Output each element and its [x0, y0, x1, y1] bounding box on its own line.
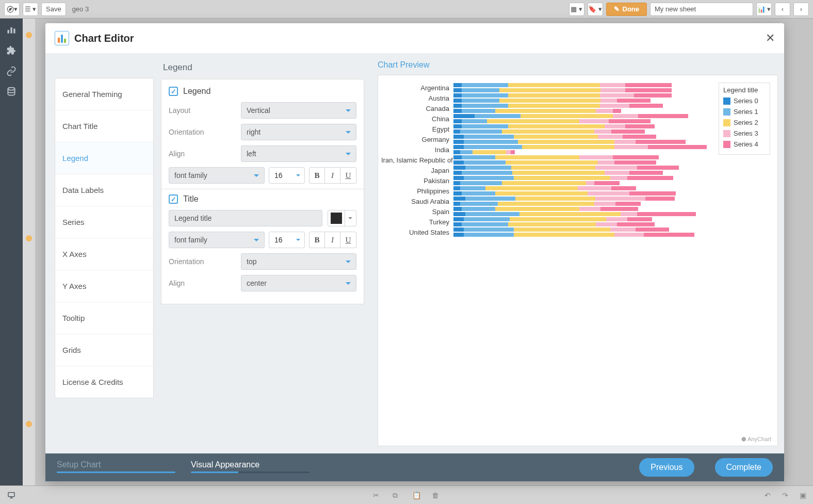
title-checkbox[interactable]: ✓	[169, 194, 178, 204]
title-bold-button[interactable]: B	[310, 232, 325, 248]
title-underline-button[interactable]: U	[340, 232, 356, 248]
bar-stack	[453, 191, 713, 196]
next-button[interactable]: ›	[793, 3, 809, 16]
sheet-name-field[interactable]: My new sheet	[650, 3, 753, 16]
legend-title-input[interactable]	[169, 210, 322, 226]
link-icon[interactable]	[6, 66, 17, 76]
timeline-marker[interactable]	[26, 235, 32, 241]
bar-stack	[453, 222, 713, 226]
category-label: United States	[381, 229, 453, 236]
chart-row: United States	[381, 227, 713, 237]
present-button[interactable]: ▦ ▾	[569, 3, 584, 16]
presentation-icon[interactable]	[7, 491, 15, 499]
copy-icon[interactable]: ⧉	[393, 491, 401, 499]
bar-stack	[453, 160, 713, 165]
paste-icon[interactable]: 📋	[412, 491, 420, 499]
nav-item-license-credits[interactable]: License & Credits	[55, 366, 153, 398]
legend-checkbox[interactable]: ✓	[169, 87, 178, 96]
category-label: Germany	[381, 136, 453, 143]
watermark: ⬢ AnyChart	[741, 436, 771, 443]
preview-panel: Chart Preview ArgentinaAustriaCanadaChin…	[370, 53, 784, 453]
title-color-picker[interactable]	[328, 210, 356, 226]
bar-stack	[453, 119, 713, 123]
nav-item-data-labels[interactable]: Data Labels	[55, 174, 153, 206]
layout-select[interactable]: Vertical	[241, 102, 356, 119]
complete-button[interactable]: Complete	[715, 458, 773, 477]
svg-rect-2	[8, 30, 9, 34]
fullscreen-icon[interactable]: ▣	[800, 491, 808, 499]
chart-row: Saudi Arabia	[381, 196, 713, 206]
bar-stack	[453, 124, 713, 128]
bar-stack	[453, 114, 713, 118]
underline-button[interactable]: U	[340, 168, 356, 183]
font-size-select[interactable]: 16	[269, 167, 305, 184]
puzzle-icon[interactable]	[6, 45, 17, 56]
chart-row: Spain	[381, 206, 713, 217]
font-family-select[interactable]: font family	[169, 167, 265, 184]
category-label: Argentina	[381, 84, 453, 92]
legend-item: Series 3	[723, 129, 766, 137]
chart-legend: Legend title Series 0Series 1Series 2Ser…	[719, 83, 770, 155]
title-align-select[interactable]: center	[241, 275, 356, 291]
nav-item-y-axes[interactable]: Y Axes	[55, 270, 153, 302]
app-bottom-toolbar: ✂ ⧉ 📋 🗑 ↶ ↷ ▣	[0, 485, 813, 504]
category-label: Saudi Arabia	[381, 198, 453, 205]
chart-editor-logo	[55, 31, 69, 45]
title-font-family-select[interactable]: font family	[169, 232, 265, 248]
list-button[interactable]: ☰ ▾	[23, 3, 38, 16]
title-font-size-select[interactable]: 16	[269, 232, 305, 248]
chart-row: Austria	[381, 93, 713, 103]
category-label: Japan	[381, 167, 453, 174]
trash-icon[interactable]: 🗑	[432, 491, 440, 499]
redo-icon[interactable]: ↷	[782, 491, 790, 499]
nav-item-general-theming[interactable]: General Theming	[55, 78, 153, 110]
step-setup-chart[interactable]: Setup Chart	[57, 460, 175, 475]
category-label: Spain	[381, 208, 453, 216]
italic-button[interactable]: I	[325, 168, 340, 183]
nav-item-grids[interactable]: Grids	[55, 334, 153, 366]
align-select[interactable]: left	[241, 145, 356, 162]
save-button[interactable]: Save	[41, 3, 66, 16]
category-label: Philippines	[381, 187, 453, 195]
title-align-label: Align	[169, 279, 241, 287]
title-orientation-select[interactable]: top	[241, 253, 356, 270]
bar-stack	[453, 93, 713, 97]
title-italic-button[interactable]: I	[325, 232, 340, 248]
step-visual-appearance[interactable]: Visual Appearance	[191, 460, 310, 475]
close-icon[interactable]: ✕	[766, 31, 775, 45]
bar-stack	[453, 135, 713, 139]
chart-row: Canada	[381, 103, 713, 113]
orientation-select[interactable]: right	[241, 124, 356, 140]
nav-item-series[interactable]: Series	[55, 206, 153, 238]
app-toolbar: ▾ ☰ ▾ Save geo 3 ▦ ▾ 🔖 ▾ ✎Done My new sh…	[0, 0, 813, 19]
category-label: Pakistan	[381, 177, 453, 185]
done-button[interactable]: ✎Done	[606, 3, 647, 16]
bookmark-button[interactable]: 🔖 ▾	[588, 3, 603, 16]
nav-item-x-axes[interactable]: X Axes	[55, 238, 153, 270]
bar-stack	[453, 227, 713, 232]
nav-item-legend[interactable]: Legend	[55, 142, 153, 174]
category-label: Egypt	[381, 125, 453, 133]
database-icon[interactable]	[6, 87, 17, 97]
previous-button[interactable]: Previous	[639, 458, 694, 477]
chart-row: Philippines	[381, 186, 713, 196]
bar-stack	[453, 88, 713, 92]
bar-stack	[453, 83, 713, 87]
nav-item-chart-title[interactable]: Chart Title	[55, 110, 153, 142]
category-label: India	[381, 146, 453, 154]
bold-button[interactable]: B	[310, 168, 325, 183]
chart-style-button[interactable]: 📊 ▾	[756, 3, 772, 16]
compass-button[interactable]: ▾	[4, 3, 20, 16]
cut-icon[interactable]: ✂	[373, 491, 381, 499]
timeline-marker[interactable]	[26, 32, 32, 38]
bar-stack	[453, 207, 713, 211]
charts-icon[interactable]	[6, 25, 17, 35]
bar-stack	[453, 212, 713, 216]
prev-button[interactable]: ‹	[775, 3, 790, 16]
preview-title: Chart Preview	[378, 60, 778, 70]
undo-icon[interactable]: ↶	[765, 491, 773, 499]
bar-stack	[453, 181, 713, 185]
timeline-marker[interactable]	[26, 421, 32, 427]
app-left-sidebar	[0, 19, 23, 485]
nav-item-tooltip[interactable]: Tooltip	[55, 302, 153, 334]
